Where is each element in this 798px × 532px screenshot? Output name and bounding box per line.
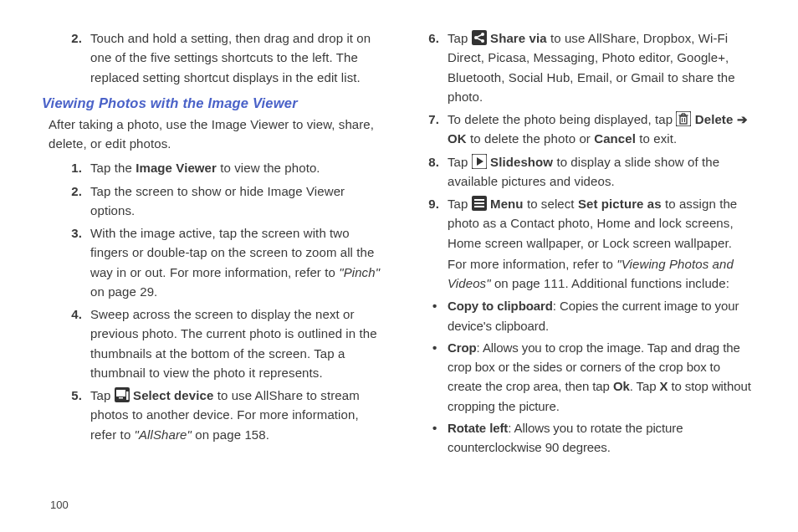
- bullet-text: Crop: Allows you to crop the image. Tap …: [448, 338, 756, 416]
- step-item: 1. Tap the Image Viewer to view the phot…: [59, 158, 382, 177]
- bullet-dot: •: [432, 296, 448, 335]
- svg-marker-19: [477, 157, 483, 166]
- svg-rect-3: [126, 391, 129, 400]
- bullet-item: • Crop: Allows you to crop the image. Ta…: [432, 338, 756, 416]
- svg-rect-23: [474, 206, 484, 207]
- slideshow-icon: [472, 154, 487, 169]
- share-icon: [472, 30, 487, 45]
- section-intro: After taking a photo, use the Image View…: [49, 115, 382, 154]
- bullet-item: • Rotate left: Allows you to rotate the …: [432, 418, 756, 458]
- step-item: 6. Tap Share via to use AllShare, Dropbo…: [416, 28, 756, 106]
- svg-rect-22: [474, 202, 484, 204]
- svg-rect-21: [474, 199, 484, 201]
- menu-icon: [472, 196, 487, 211]
- step-number: 3.: [59, 223, 90, 301]
- step-text: Tap Select device to use AllShare to str…: [90, 386, 382, 444]
- step-text: With the image active, tap the screen wi…: [90, 223, 382, 301]
- step-item: 3. With the image active, tap the screen…: [59, 223, 382, 301]
- bullet-dot: •: [432, 418, 448, 458]
- bullet-text: Rotate left: Allows you to rotate the pi…: [448, 418, 756, 458]
- step-number: 9.: [416, 194, 448, 293]
- step-number: 1.: [59, 158, 90, 177]
- step-text: To delete the photo being displayed, tap…: [448, 110, 756, 149]
- step-number: 8.: [416, 152, 448, 192]
- step-number: 2.: [59, 182, 90, 221]
- step-item: 5. Tap Select device to use AllShare to …: [59, 386, 382, 444]
- page-number: 100: [50, 499, 69, 511]
- step-number: 5.: [59, 386, 90, 444]
- step-item: 7. To delete the photo being displayed, …: [416, 110, 756, 149]
- svg-rect-2: [119, 397, 123, 399]
- step-text: Touch and hold a setting, then drag and …: [90, 28, 382, 87]
- delete-icon: [676, 111, 691, 126]
- step-text: Tap Slideshow to display a slide show of…: [448, 152, 756, 192]
- step-text: Sweep across the screen to display the n…: [90, 304, 382, 382]
- section-heading: Viewing Photos with the Image Viewer: [42, 95, 382, 111]
- step-item: 2. Touch and hold a setting, then drag a…: [59, 28, 382, 87]
- step-text: Tap the screen to show or hide Image Vie…: [90, 182, 382, 221]
- page: 2. Touch and hold a setting, then drag a…: [0, 0, 798, 532]
- svg-rect-11: [680, 116, 687, 124]
- step-number: 4.: [59, 304, 90, 382]
- step-number: 7.: [416, 110, 448, 149]
- step-item: 8. Tap Slideshow to display a slide show…: [416, 152, 756, 192]
- bullet-text: Copy to clipboard: Copies the current im…: [448, 296, 756, 335]
- step-text: Tap Menu to select Set picture as to ass…: [448, 194, 756, 293]
- arrow-icon: ➔: [737, 112, 748, 126]
- step-number: 6.: [416, 28, 448, 106]
- step-item: 4. Sweep across the screen to display th…: [59, 304, 382, 382]
- step-text: Tap Share via to use AllShare, Dropbox, …: [448, 28, 756, 106]
- step-item: 2. Tap the screen to show or hide Image …: [59, 182, 382, 221]
- bullet-dot: •: [432, 338, 448, 416]
- svg-rect-1: [116, 390, 125, 396]
- svg-rect-4: [472, 30, 487, 45]
- step-text: Tap the Image Viewer to view the photo.: [90, 158, 382, 177]
- left-column: 2. Touch and hold a setting, then drag a…: [42, 25, 382, 532]
- right-column: 6. Tap Share via to use AllShare, Dropbo…: [416, 25, 756, 532]
- device-icon: [115, 387, 130, 402]
- step-number: 2.: [59, 28, 90, 87]
- bullet-item: • Copy to clipboard: Copies the current …: [432, 296, 756, 335]
- step-item: 9. Tap Menu to select Set picture as to …: [416, 194, 756, 293]
